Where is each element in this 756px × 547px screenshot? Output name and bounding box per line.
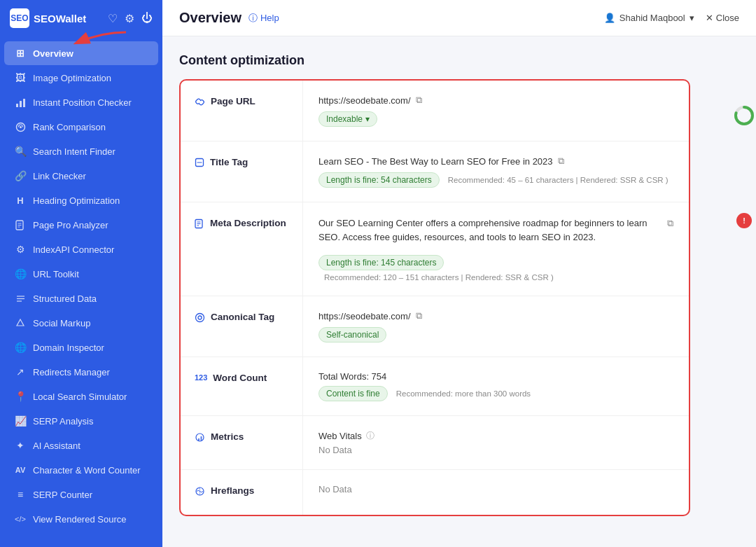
metrics-no-data: No Data (318, 445, 673, 455)
meta-desc-text: Our SEO Learning Center offers a compreh… (318, 216, 662, 244)
indexable-badge[interactable]: Indexable ▾ (318, 111, 377, 127)
page-url-icon (195, 97, 205, 110)
link-icon: 🔗 (14, 169, 27, 182)
image-icon: 🖼 (14, 71, 27, 84)
serp-counter-icon: ≡ (14, 488, 27, 501)
domain-icon: 🌐 (14, 341, 27, 354)
gear-icon[interactable]: ⚙ (125, 12, 134, 25)
green-chart-arc (734, 105, 755, 129)
sidebar-item-label: Overview (33, 48, 74, 59)
title-tag-row: Title Tag Learn SEO - The Best Way to Le… (181, 141, 689, 202)
page-url-row: Page URL https://seodebate.com/ ⧉ Indexa… (181, 81, 689, 141)
sidebar-item-overview[interactable]: ⊞ Overview (4, 41, 158, 65)
title-tag-icon (195, 158, 204, 170)
word-count-label: Word Count (213, 373, 267, 383)
sidebar-item-domain-inspector[interactable]: 🌐 Domain Inspector (4, 335, 158, 359)
sidebar-item-link-checker[interactable]: 🔗 Link Checker (4, 164, 158, 188)
hreflangs-icon (195, 486, 205, 499)
hreflangs-label: Hreflangs (211, 485, 254, 496)
close-label: Close (716, 13, 739, 23)
svg-rect-0 (16, 104, 18, 107)
sidebar-item-label: Domain Inspector (33, 342, 104, 353)
sidebar-item-view-rendered[interactable]: </> View Rendered Source (4, 507, 158, 531)
word-count-row: 123 Word Count Total Words: 754 Content … (181, 357, 689, 416)
canonical-badge: Self-canonical (318, 327, 386, 342)
sidebar-item-image-optimization[interactable]: 🖼 Image Optimization (4, 66, 158, 90)
power-icon[interactable]: ⏻ (141, 12, 153, 25)
header-icons: ♡ ⚙ ⏻ (108, 12, 153, 25)
page-icon (14, 219, 27, 231)
red-alert-dot: ! (736, 213, 752, 228)
sidebar-item-social-markup[interactable]: Social Markup (4, 311, 158, 335)
sidebar-item-instant-position[interactable]: Instant Position Checker (4, 90, 158, 114)
local-icon: 📍 (14, 390, 27, 403)
sidebar: SEO SEOWallet ♡ ⚙ ⏻ ⊞ Overview 🖼 Image O… (0, 0, 162, 547)
page-url-label: Page URL (211, 96, 255, 106)
sidebar-item-heading-optimization[interactable]: H Heading Optimization (4, 188, 158, 212)
content-fine-badge: Content is fine (318, 386, 388, 401)
page-url-text: https://seodebate.com/ (318, 95, 411, 106)
web-vitals-text: Web Vitals (318, 431, 362, 441)
canonical-tag-row: Canonical Tag https://seodebate.com/ ⧉ S… (181, 296, 689, 357)
copy-meta-icon[interactable]: ⧉ (667, 218, 673, 229)
url-icon: 🌐 (14, 268, 27, 280)
copy-url-icon[interactable]: ⧉ (416, 95, 422, 106)
sidebar-item-char-word-counter[interactable]: AV Character & Word Counter (4, 458, 158, 482)
canonical-label-col: Canonical Tag (181, 296, 303, 356)
copy-title-icon[interactable]: ⧉ (558, 155, 564, 167)
sidebar-item-label: Local Search Simulator (33, 392, 127, 402)
sidebar-item-indexapi[interactable]: ⚙ IndexAPI Connector (4, 237, 158, 261)
metrics-label: Metrics (211, 431, 244, 442)
indexapi-icon: ⚙ (14, 243, 27, 256)
hreflangs-no-data: No Data (318, 484, 673, 494)
word-count-icon: 123 (195, 373, 207, 382)
svg-point-4 (20, 126, 22, 128)
meta-length-badge: Length is fine: 145 characters (318, 255, 444, 270)
word-count-label-col: 123 Word Count (181, 357, 303, 415)
sidebar-item-search-intent[interactable]: 🔍 Search Intent Finder (4, 139, 158, 163)
canonical-label: Canonical Tag (211, 312, 274, 322)
meta-desc-icon (195, 219, 204, 232)
meta-desc-label-col: Meta Description (181, 202, 303, 296)
ai-icon: ✦ (14, 439, 27, 452)
sidebar-nav: ⊞ Overview 🖼 Image Optimization Instant … (0, 36, 162, 547)
metrics-value: Web Vitals ⓘ No Data (303, 416, 689, 469)
dropdown-arrow: ▾ (365, 114, 370, 124)
sidebar-item-redirects-manager[interactable]: ↗ Redirects Manager (4, 360, 158, 384)
overview-icon: ⊞ (14, 47, 27, 60)
svg-rect-22 (201, 436, 202, 441)
sidebar-item-structured-data[interactable]: Structured Data (4, 286, 158, 310)
metrics-label-col: Metrics (181, 416, 303, 469)
page-url-value: https://seodebate.com/ ⧉ Indexable ▾ (303, 81, 689, 141)
chevron-down-icon: ▾ (690, 13, 694, 23)
logo-icon: SEO (10, 8, 29, 28)
canonical-icon (195, 312, 205, 326)
sidebar-item-ai-assistant[interactable]: ✦ AI Assistant (4, 434, 158, 457)
svg-rect-1 (20, 101, 22, 107)
sidebar-item-rank-comparison[interactable]: Rank Comparison (4, 115, 158, 139)
right-indicators: ! (734, 105, 755, 228)
copy-canonical-icon[interactable]: ⧉ (416, 310, 422, 321)
close-button[interactable]: ✕ Close (706, 13, 739, 23)
help-link[interactable]: ⓘ Help (248, 12, 279, 25)
sidebar-item-serp-analysis[interactable]: 📈 SERP Analysis (4, 409, 158, 433)
sidebar-item-page-pro[interactable]: Page Pro Analyzer (4, 213, 158, 237)
header-left: Overview ⓘ Help (179, 10, 279, 26)
svg-rect-2 (23, 99, 25, 107)
sidebar-header: SEO SEOWallet ♡ ⚙ ⏻ (0, 0, 162, 36)
heart-icon[interactable]: ♡ (108, 12, 118, 25)
chart-icon (14, 96, 27, 109)
sidebar-item-serp-counter[interactable]: ≡ SERP Counter (4, 483, 158, 506)
canonical-value: https://seodebate.com/ ⧉ Self-canonical (303, 296, 689, 356)
user-info[interactable]: 👤 Shahid Maqbool ▾ (604, 13, 694, 23)
sidebar-item-label: SERP Analysis (33, 416, 93, 427)
sidebar-item-local-search[interactable]: 📍 Local Search Simulator (4, 385, 158, 408)
hreflangs-label-col: Hreflangs (181, 470, 303, 515)
sidebar-item-url-toolkit[interactable]: 🌐 URL Toolkit (4, 262, 158, 286)
content-optimization-card: Page URL https://seodebate.com/ ⧉ Indexa… (179, 79, 690, 516)
exclamation-icon: ! (743, 216, 746, 225)
web-vitals-info-icon[interactable]: ⓘ (366, 430, 374, 442)
title-recommended: Recommended: 45 – 61 characters | Render… (448, 176, 668, 184)
help-label: Help (260, 13, 279, 23)
sidebar-item-label: IndexAPI Connector (33, 244, 114, 255)
